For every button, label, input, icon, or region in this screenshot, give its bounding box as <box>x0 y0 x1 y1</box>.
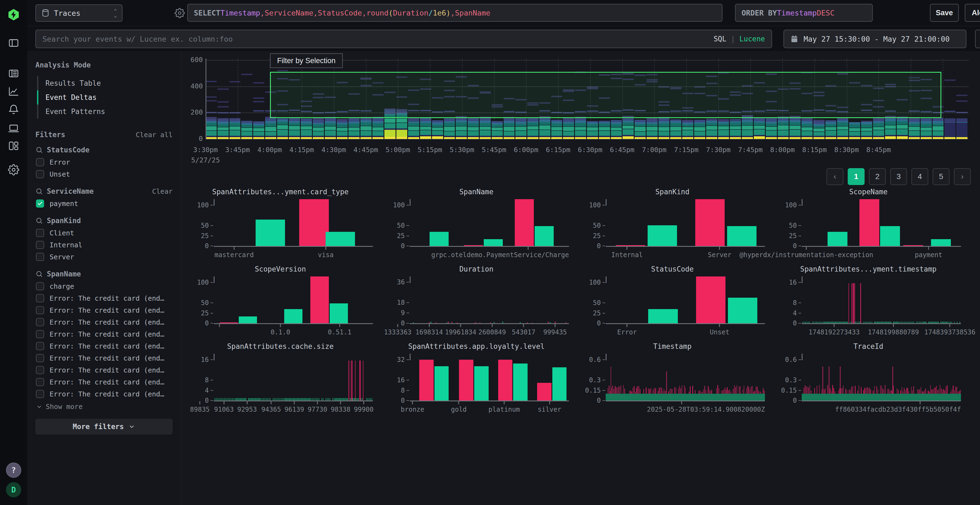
checkbox[interactable] <box>36 229 44 237</box>
checkbox[interactable] <box>36 378 44 386</box>
page-button-2[interactable]: 2 <box>869 168 886 185</box>
sql-select-input[interactable]: SELECT Timestamp,ServiceName,StatusCode,… <box>187 4 722 22</box>
sql-orderby-input[interactable]: ORDER BY Timestamp DESC <box>735 4 873 22</box>
filter-checkbox-row[interactable]: Error <box>35 156 173 168</box>
heatmap-cell <box>504 131 515 132</box>
lucene-mode-toggle[interactable]: Lucene <box>739 35 765 43</box>
mini-chart-plot[interactable]: 04816 <box>802 276 961 324</box>
alerts-bell-icon[interactable] <box>7 103 20 116</box>
filter-checkbox-row[interactable]: Error: The credit card (end… <box>35 364 173 376</box>
filter-checkbox-row[interactable]: Server <box>35 251 173 263</box>
checkbox[interactable] <box>36 170 44 178</box>
checkbox[interactable] <box>36 241 44 249</box>
time-range-selection[interactable] <box>270 72 941 118</box>
filter-checkbox-row[interactable]: Error: The credit card (end… <box>35 352 173 364</box>
mini-chart-plot[interactable]: 081632 <box>410 354 569 401</box>
heatmap-cell <box>480 136 491 137</box>
checkbox[interactable] <box>36 282 44 290</box>
hyperdx-logo[interactable] <box>7 8 20 21</box>
heatmap-cell <box>205 123 217 126</box>
checkbox[interactable] <box>36 342 44 350</box>
heatmap-cell <box>444 123 455 126</box>
analysis-mode-results-table[interactable]: Results Table <box>37 76 173 91</box>
mini-chart-plot[interactable]: 02550100 <box>214 276 373 324</box>
page-button-1[interactable]: 1 <box>848 168 865 185</box>
save-button[interactable]: Save <box>930 4 959 22</box>
clear-all-filters-link[interactable]: Clear all <box>136 131 173 139</box>
settings-gear-icon[interactable] <box>7 163 20 176</box>
show-more-link[interactable]: Show more <box>36 403 173 411</box>
help-button[interactable]: ? <box>6 462 21 478</box>
hist-bar <box>288 398 288 400</box>
chart-explorer-icon[interactable] <box>7 85 20 98</box>
page-button-3[interactable]: 3 <box>890 168 907 185</box>
filter-checkbox-row[interactable]: Error: The credit card (end… <box>35 388 173 400</box>
filter-checkbox-row[interactable]: Error: The credit card (end… <box>35 316 173 328</box>
heatmap-cell <box>253 97 264 99</box>
checkbox[interactable] <box>36 354 44 362</box>
checkbox[interactable] <box>36 158 44 166</box>
mini-chart-plot[interactable]: 02550100 <box>606 276 765 324</box>
mini-chart-plot[interactable]: 02550100 <box>214 199 373 247</box>
mini-chart-plot[interactable]: 04816 <box>214 354 373 401</box>
sidebar-toggle-icon[interactable] <box>7 37 20 49</box>
checkbox[interactable] <box>36 253 44 261</box>
filter-checkbox-row[interactable]: Client <box>35 227 173 239</box>
checkbox[interactable] <box>36 306 44 314</box>
search-input[interactable] <box>43 35 713 43</box>
checkbox[interactable] <box>36 318 44 326</box>
hist-bar <box>527 322 528 323</box>
clear-filter-link[interactable]: Clear <box>152 187 173 195</box>
filter-checkbox-row[interactable]: Error: The credit card (end… <box>35 376 173 388</box>
y-axis-label: 0.3 <box>579 376 601 384</box>
mini-chart-plot[interactable]: 091836 <box>410 276 569 324</box>
checkbox[interactable] <box>36 390 44 398</box>
filter-checkbox-row[interactable]: Internal <box>35 239 173 251</box>
filter-by-selection-button[interactable]: Filter by Selection <box>270 53 343 68</box>
filter-checkbox-row[interactable]: Error: The credit card (end… <box>35 340 173 352</box>
filter-checkbox-row[interactable]: payment <box>35 197 173 210</box>
analysis-mode-event-deltas[interactable]: Event Deltas <box>37 91 173 105</box>
checkbox[interactable] <box>36 330 44 338</box>
page-next-button[interactable]: › <box>954 168 971 185</box>
heatmap-cell <box>622 126 634 129</box>
page-prev-button[interactable]: ‹ <box>826 168 843 185</box>
heatmap-cell <box>218 89 229 90</box>
filter-checkbox-row[interactable]: Unset <box>35 168 173 180</box>
checkbox[interactable] <box>36 294 44 302</box>
mini-chart-plot[interactable]: 00.150.30.6 <box>802 354 961 401</box>
user-avatar[interactable]: D <box>6 482 21 497</box>
page-button-5[interactable]: 5 <box>932 168 950 185</box>
filter-checkbox-row[interactable]: Error: The credit card (end… <box>35 292 173 304</box>
mini-chart-plot[interactable]: 00.150.30.6 <box>606 354 765 401</box>
run-query-button[interactable] <box>975 30 980 48</box>
x-axis-label: 5:15pm <box>418 146 442 154</box>
checkbox[interactable] <box>36 366 44 374</box>
mini-chart-plot[interactable]: 02550100 <box>802 199 961 247</box>
sql-mode-toggle[interactable]: SQL <box>713 35 726 43</box>
query-settings-gear-icon[interactable] <box>173 6 186 20</box>
source-select[interactable]: Traces ⌃⌄ <box>35 4 123 22</box>
filter-option-label: Error: The credit card (end… <box>49 390 164 398</box>
sessions-laptop-icon[interactable] <box>7 122 20 135</box>
alerts-button[interactable]: Alerts <box>965 4 980 22</box>
hist-bar <box>851 283 852 323</box>
search-logs-icon[interactable] <box>7 67 20 80</box>
heatmap-cell <box>718 136 729 137</box>
hist-bar <box>273 398 274 400</box>
date-range-picker[interactable]: May 27 15:30:00 - May 27 21:00:00 <box>783 30 966 48</box>
heatmap-plot[interactable] <box>205 59 968 139</box>
heatmap-cell <box>218 130 229 130</box>
hist-bar <box>829 322 830 323</box>
filter-checkbox-row[interactable]: Error: The credit card (end… <box>35 304 173 316</box>
more-filters-button[interactable]: More filters <box>35 419 173 435</box>
dashboards-icon[interactable] <box>7 139 20 152</box>
filter-checkbox-row[interactable]: Error: The credit card (end… <box>35 328 173 340</box>
filter-checkbox-row[interactable]: charge <box>35 280 173 292</box>
analysis-mode-event-patterns[interactable]: Event Patterns <box>37 105 173 119</box>
mini-chart-plot[interactable]: 02550100 <box>606 199 765 247</box>
query-token: ) <box>446 9 450 17</box>
checkbox[interactable] <box>36 199 44 208</box>
page-button-4[interactable]: 4 <box>912 168 928 185</box>
mini-chart-plot[interactable]: 02550100 <box>410 199 569 247</box>
